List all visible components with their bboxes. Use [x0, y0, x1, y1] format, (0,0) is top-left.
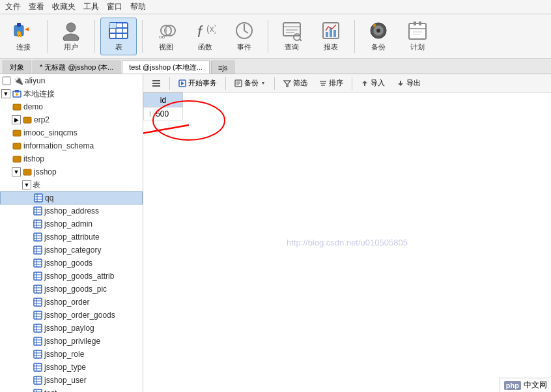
qq-table-icon — [33, 193, 44, 203]
obj-sep-1 — [169, 77, 170, 90]
svg-rect-100 — [34, 350, 42, 358]
sidebar-label-erp2: erp2 — [34, 115, 49, 124]
sidebar-item-info[interactable]: information_schema — [0, 139, 143, 152]
privilege-icon — [33, 336, 43, 346]
export-btn[interactable]: 导出 — [392, 76, 425, 91]
begin-transaction-label: 开始事务 — [188, 78, 217, 88]
sidebar-item-goods-attrib[interactable]: jsshop_goods_attrib — [0, 270, 143, 283]
query-icon — [281, 20, 302, 41]
conn-icon: 🔌 — [13, 76, 23, 86]
toggle-tables[interactable]: ▼ — [22, 180, 31, 189]
toolbar-view[interactable]: oo 视图 — [148, 18, 184, 55]
svg-marker-130 — [362, 81, 367, 86]
sidebar-item-address[interactable]: jsshop_address — [0, 204, 143, 217]
schedule-icon — [407, 20, 428, 41]
sidebar-item-attribute[interactable]: jsshop_attribute — [0, 231, 143, 244]
sidebar-item-aliyun[interactable]: 🔌 aliyun — [0, 74, 143, 87]
col-header-id[interactable]: id — [144, 93, 183, 107]
toggle-erp2[interactable]: ▶ — [12, 115, 21, 124]
svg-rect-60 — [34, 220, 42, 228]
page-icon — [1, 76, 12, 86]
sidebar-item-imooc[interactable]: imooc_sinqcms — [0, 126, 143, 139]
toolbar-event[interactable]: 事件 — [226, 18, 262, 55]
toolbar-report[interactable]: 报表 — [313, 18, 349, 55]
sidebar-item-category[interactable]: jsshop_category — [0, 244, 143, 257]
sidebar-label-itshop: itshop — [23, 154, 44, 163]
toolbar-table[interactable]: 表 — [100, 18, 137, 55]
svg-rect-29 — [326, 32, 328, 37]
backup-label: 备份 — [371, 42, 386, 52]
sidebar-label-qq: qq — [45, 193, 53, 203]
toolbar-connect[interactable]: 连接 — [5, 18, 42, 55]
backup-chevron-icon — [261, 81, 266, 86]
sidebar-item-goods-pic[interactable]: jsshop_goods_pic — [0, 283, 143, 296]
sidebar-item-order[interactable]: jsshop_order — [0, 296, 143, 309]
svg-line-27 — [300, 39, 302, 41]
svg-rect-88 — [34, 311, 42, 319]
import-btn[interactable]: 导入 — [356, 76, 389, 91]
toolbar-query[interactable]: 查询 — [274, 18, 310, 55]
sidebar-item-itshop[interactable]: itshop — [0, 152, 143, 165]
obj-sep-2 — [225, 77, 226, 90]
sidebar-item-role[interactable]: jsshop_role — [0, 348, 143, 361]
sidebar-label-order: jsshop_order — [44, 298, 89, 307]
sidebar[interactable]: 🔌 aliyun ▼ 本地连接 demo — [0, 74, 143, 392]
sidebar-item-erp2[interactable]: ▶ erp2 — [0, 113, 143, 126]
backup-btn[interactable]: 备份 — [230, 76, 270, 91]
sidebar-label-category: jsshop_category — [44, 245, 101, 255]
sidebar-item-qq[interactable]: qq — [0, 191, 143, 204]
menu-tools[interactable]: 工具 — [83, 1, 99, 12]
svg-rect-39 — [419, 21, 421, 25]
sidebar-item-user[interactable]: jsshop_user — [0, 374, 143, 387]
main-area: 🔌 aliyun ▼ 本地连接 demo — [0, 74, 551, 392]
export-icon — [397, 79, 404, 87]
sidebar-item-goods[interactable]: jsshop_goods — [0, 257, 143, 270]
sidebar-item-privilege[interactable]: jsshop_privilege — [0, 335, 143, 348]
sidebar-item-tables-group[interactable]: ▼ 表 — [0, 178, 143, 191]
user-label: 用户 — [64, 42, 78, 52]
sidebar-item-demo[interactable]: demo — [0, 100, 143, 113]
sidebar-item-local[interactable]: ▼ 本地连接 — [0, 87, 143, 100]
menu-file[interactable]: 文件 — [5, 1, 21, 12]
tab-jsshop[interactable]: ≡js — [211, 61, 234, 74]
sidebar-label-privilege: jsshop_privilege — [44, 337, 100, 346]
table-icon — [108, 20, 129, 41]
filter-btn[interactable]: 筛选 — [279, 76, 312, 91]
svg-rect-68 — [34, 246, 42, 254]
sidebar-item-type[interactable]: jsshop_type — [0, 361, 143, 374]
sort-btn[interactable]: 排序 — [315, 76, 348, 91]
toolbar-user[interactable]: 用户 — [53, 18, 89, 55]
address-table-icon — [33, 206, 43, 216]
tab-untitled[interactable]: * 无标题 @jsshop (本... — [33, 61, 120, 74]
role-icon — [33, 349, 43, 359]
menu-window[interactable]: 窗口 — [107, 1, 122, 12]
toggle-local[interactable]: ▼ — [1, 89, 10, 98]
begin-transaction-btn[interactable]: 开始事务 — [174, 76, 221, 91]
toggle-jsshop[interactable]: ▼ — [12, 167, 21, 176]
grid-table: id I 500 — [143, 92, 183, 120]
table-row[interactable]: I 500 — [144, 107, 183, 120]
sidebar-label-user: jsshop_user — [44, 376, 87, 385]
tab-test[interactable]: test @jsshop (本地连... — [122, 61, 210, 74]
menu-view[interactable]: 查看 — [29, 1, 44, 12]
hamburger-menu-btn[interactable] — [147, 76, 165, 91]
itshop-icon — [12, 154, 22, 164]
event-icon — [234, 20, 255, 41]
sidebar-item-test-table[interactable]: test — [0, 387, 143, 392]
menu-favorites[interactable]: 收藏夹 — [52, 1, 76, 12]
toolbar-schedule[interactable]: 计划 — [399, 18, 436, 55]
data-grid[interactable]: id I 500 http://blog.csdn.net/u010505805 — [143, 92, 551, 392]
cell-id[interactable]: I 500 — [144, 107, 183, 120]
menu-help[interactable]: 帮助 — [130, 1, 146, 12]
sidebar-item-order-goods[interactable]: jsshop_order_goods — [0, 309, 143, 322]
toolbar-function[interactable]: f (x) 函数 — [187, 18, 223, 55]
import-label: 导入 — [371, 78, 385, 88]
tab-object[interactable]: 对象 — [3, 61, 31, 74]
sidebar-label-goods-attrib: jsshop_goods_attrib — [44, 272, 114, 281]
view-label: 视图 — [159, 42, 173, 52]
sidebar-item-paylog[interactable]: jsshop_paylog — [0, 322, 143, 335]
sidebar-item-jsshop[interactable]: ▼ jsshop — [0, 165, 143, 178]
toolbar-backup[interactable]: 备份 — [360, 18, 397, 55]
svg-rect-108 — [34, 376, 42, 384]
sidebar-item-admin[interactable]: jsshop_admin — [0, 217, 143, 231]
